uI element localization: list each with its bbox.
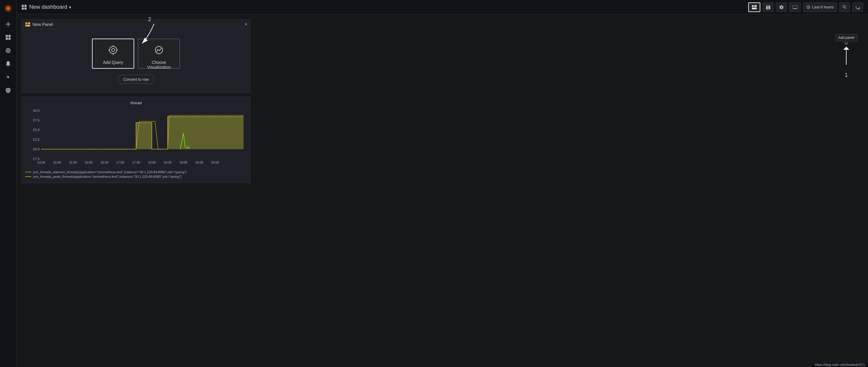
- svg-rect-11: [22, 7, 24, 10]
- add-panel-tooltip-label: Add panel: [835, 34, 857, 41]
- topbar: New dashboard ▾ Last 6 hours: [17, 0, 868, 14]
- panel-icon: [25, 22, 30, 27]
- time-range-label: Last 6 hours: [812, 5, 834, 9]
- dashboard-settings-button[interactable]: [776, 2, 787, 12]
- svg-rect-4: [8, 35, 10, 37]
- svg-text:20.0: 20.0: [33, 147, 39, 151]
- svg-text:17:30: 17:30: [132, 161, 140, 164]
- legend-color-1: [25, 172, 31, 172]
- svg-text:17:00: 17:00: [116, 161, 124, 164]
- add-query-icon: [108, 45, 118, 57]
- refresh-icon: [856, 5, 860, 9]
- dashboard-icon: [22, 4, 27, 10]
- tv-icon: [793, 5, 798, 9]
- topbar-right: Last 6 hours: [748, 2, 863, 12]
- svg-rect-5: [6, 38, 8, 40]
- time-range-button[interactable]: Last 6 hours: [803, 2, 837, 12]
- panel-title: New Panel: [33, 22, 53, 27]
- sidebar-item-config[interactable]: [2, 71, 14, 83]
- sidebar: [0, 0, 17, 367]
- svg-rect-28: [25, 25, 30, 27]
- panel-wrapper: 2 New Panel ×: [22, 19, 251, 97]
- search-button[interactable]: [839, 2, 850, 12]
- svg-text:18:30: 18:30: [164, 161, 172, 164]
- svg-text:16:30: 16:30: [100, 161, 108, 164]
- status-bar: https://blog.csdn.net/zhaokejin521: [812, 362, 868, 367]
- caret-icon[interactable]: ▾: [69, 5, 71, 10]
- main-content: New dashboard ▾ Last 6 hours: [17, 0, 868, 367]
- add-query-label: Add Query: [103, 60, 123, 65]
- legend-label-1: jvm_threads_daemon_threads{application="…: [33, 170, 186, 174]
- page-title: New dashboard ▾: [29, 4, 71, 10]
- search-icon: [843, 5, 846, 9]
- dashboard-title-text: New dashboard: [29, 4, 67, 10]
- panel-close-button[interactable]: ×: [245, 22, 247, 27]
- chart-panel: thread: [22, 97, 251, 183]
- svg-text:14:30: 14:30: [37, 161, 45, 164]
- svg-point-30: [112, 48, 115, 52]
- panel-options: Add Query Choose Visualization: [92, 39, 180, 69]
- svg-point-29: [110, 46, 117, 54]
- tv-mode-button[interactable]: [789, 2, 801, 12]
- svg-text:30.0: 30.0: [33, 109, 39, 112]
- svg-rect-9: [22, 5, 24, 7]
- panel-body: Add Query Choose Visualization: [22, 30, 250, 93]
- chart-legend: jvm_threads_daemon_threads{application="…: [25, 170, 247, 178]
- add-panel-button[interactable]: [748, 2, 760, 12]
- sidebar-item-add[interactable]: [2, 18, 14, 30]
- sidebar-item-alerting[interactable]: [2, 58, 14, 70]
- status-url: https://blog.csdn.net/zhaokejin521: [815, 363, 865, 366]
- svg-point-21: [843, 5, 845, 8]
- svg-marker-24: [843, 47, 849, 50]
- dashboard-area: Add panel 1 2: [17, 14, 868, 367]
- add-panel-icon: [752, 5, 757, 9]
- sidebar-item-shield[interactable]: [2, 85, 14, 96]
- save-dashboard-button[interactable]: [763, 2, 774, 12]
- choose-viz-label: Choose Visualization: [147, 60, 171, 70]
- svg-text:19:00: 19:00: [180, 161, 188, 164]
- chart-area: 30.0 27.5 25.0 22.5 20.0 17.5 14:30 15:0…: [25, 107, 247, 168]
- topbar-left: New dashboard ▾: [22, 4, 71, 10]
- choose-visualization-button[interactable]: Choose Visualization: [138, 39, 180, 69]
- svg-text:15:00: 15:00: [53, 161, 61, 164]
- convert-to-row-button[interactable]: Convert to row: [118, 75, 154, 84]
- annotation-number-1: 1: [845, 72, 848, 78]
- svg-point-2: [7, 7, 9, 10]
- svg-marker-73: [168, 116, 244, 149]
- choose-viz-icon: [154, 45, 164, 57]
- svg-rect-27: [28, 22, 30, 24]
- legend-color-2: [25, 176, 31, 177]
- svg-rect-14: [754, 5, 757, 7]
- svg-point-8: [7, 50, 9, 52]
- save-icon: [766, 5, 770, 9]
- svg-rect-3: [6, 35, 8, 37]
- sidebar-item-explore[interactable]: [2, 44, 14, 57]
- svg-rect-13: [752, 5, 754, 7]
- svg-line-22: [845, 8, 846, 9]
- legend-item-2: jvm_threads_peak_threads{application="pr…: [25, 175, 247, 178]
- add-panel-annotation: Add panel 1: [834, 34, 858, 78]
- svg-text:19:30: 19:30: [195, 161, 204, 164]
- grafana-logo: [2, 2, 14, 14]
- panel-header: New Panel ×: [22, 20, 250, 30]
- svg-rect-12: [25, 7, 27, 10]
- add-query-button[interactable]: Add Query: [92, 39, 134, 69]
- svg-text:22.5: 22.5: [33, 138, 39, 141]
- svg-rect-15: [752, 7, 757, 9]
- legend-label-2: jvm_threads_peak_threads{application="pr…: [33, 175, 182, 178]
- svg-point-7: [6, 48, 10, 53]
- chart-title: thread: [25, 101, 247, 105]
- svg-rect-16: [793, 5, 798, 8]
- svg-text:15:30: 15:30: [69, 161, 77, 164]
- svg-text:25.0: 25.0: [33, 128, 39, 132]
- chart-svg: 30.0 27.5 25.0 22.5 20.0 17.5 14:30 15:0…: [25, 107, 247, 168]
- legend-item-1: jvm_threads_daemon_threads{application="…: [25, 170, 247, 174]
- svg-rect-6: [8, 38, 10, 40]
- svg-text:16:00: 16:00: [85, 161, 93, 164]
- arrow1-svg: [834, 47, 858, 71]
- settings-icon: [779, 5, 783, 9]
- refresh-button[interactable]: [852, 2, 863, 12]
- tooltip-arrow: [844, 42, 849, 45]
- sidebar-item-dashboards[interactable]: [2, 31, 14, 43]
- svg-text:27.5: 27.5: [33, 119, 39, 122]
